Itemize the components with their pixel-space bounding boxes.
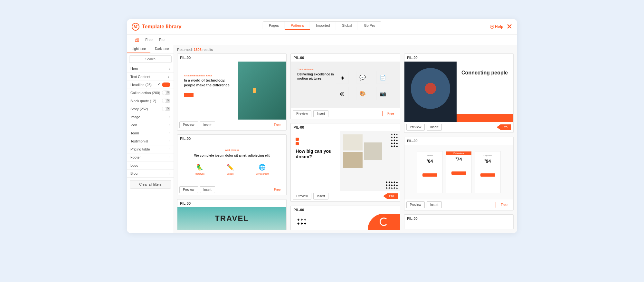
close-button[interactable]: ✕ [507, 23, 512, 31]
returned-suffix: results [203, 48, 213, 52]
preview-button[interactable]: Preview [406, 201, 425, 208]
template-thumbnail[interactable]: How big can you dream? ▲▲▲▲▲▲▲▲▲▲▲▲▲▲▲ ▲… [291, 131, 400, 191]
cat-blog[interactable]: Blog› [127, 170, 174, 178]
tab-imported[interactable]: Imported [310, 22, 336, 30]
cat-logo[interactable]: Logo› [127, 161, 174, 170]
preview-button[interactable]: Preview [406, 124, 425, 131]
twitter-icon [296, 138, 299, 141]
chevron-right-icon: › [169, 164, 170, 167]
template-card: PIL-00 Think different Delivering excell… [290, 53, 400, 119]
help-icon: ? [490, 25, 494, 29]
thumb-subtitle: Exceptional technical advice [184, 74, 232, 77]
template-thumbnail[interactable]: Work process We complete ipsum dolor sit… [177, 142, 286, 184]
toggle-off-icon[interactable] [162, 99, 170, 103]
cat-label: Team [130, 131, 139, 135]
price-title: Corporate [477, 155, 498, 157]
cat-testimonial[interactable]: Testimonial› [127, 137, 174, 145]
help-link[interactable]: ? Help [490, 24, 503, 29]
insert-button[interactable]: Insert [313, 193, 328, 199]
preview-button[interactable]: Preview [293, 193, 311, 199]
pro-badge: Pro [497, 124, 511, 130]
sub-cta[interactable]: Call to action (200) [127, 89, 174, 97]
card-title: PIL-00 [177, 199, 286, 207]
plus-grid-icon: + + ++ + + [297, 218, 306, 226]
tab-patterns[interactable]: Patterns [285, 22, 310, 30]
filter-pro[interactable]: Pro [156, 36, 168, 43]
tone-light[interactable]: Light tone [127, 45, 150, 53]
cat-image[interactable]: Image› [127, 113, 174, 121]
tone-dark[interactable]: Dark tone [150, 45, 174, 53]
thumb-heading: How big can you dream? [296, 149, 335, 160]
thumb-heading: We complete ipsum dolor sit amet, adipis… [184, 154, 280, 157]
insert-button[interactable]: Insert [427, 124, 442, 131]
paint-icon: 🎨 [356, 87, 369, 100]
cat-pricing-table[interactable]: Pricing table› [127, 145, 174, 153]
insert-button[interactable]: Insert [200, 186, 215, 193]
cat-footer[interactable]: Footer› [127, 153, 174, 161]
cat-hero[interactable]: Hero › [127, 65, 174, 73]
search-input[interactable] [129, 55, 172, 63]
thumb-heading: TRAVEL [215, 214, 249, 223]
cat-text-content[interactable]: Text Content ⌄ [127, 73, 174, 81]
cat-label: Footer [130, 155, 141, 159]
tab-pages[interactable]: Pages [263, 22, 285, 30]
toggle-off-icon[interactable] [162, 107, 170, 111]
sub-blockquote[interactable]: Block quote (12) [127, 97, 174, 105]
preview-button[interactable]: Preview [179, 186, 198, 193]
target-icon: ◎ [336, 87, 349, 100]
app-logo-icon [132, 23, 139, 31]
card-title: PIL-00 [404, 54, 513, 62]
tab-global[interactable]: Global [336, 22, 358, 30]
header-left: Template library [132, 23, 181, 31]
main-tabs: Pages Patterns Imported Global Go Pro [263, 21, 381, 30]
cat-label: Blog [130, 171, 137, 175]
template-thumbnail[interactable]: Connecting people [404, 62, 513, 122]
sub-label: Block quote (12) [130, 99, 156, 103]
chevron-right-icon: › [169, 172, 170, 175]
sub-label: Headline (25) [130, 83, 152, 87]
template-card: PIL-00 Connecting people Preview Insert … [404, 53, 514, 133]
toggle-on-icon[interactable] [162, 83, 170, 87]
toggle-off-icon[interactable] [162, 91, 170, 95]
card-title: PIL-00 [177, 135, 286, 142]
sub-headline[interactable]: Headline (25) [127, 81, 174, 89]
clear-filters-button[interactable]: Clear all filters [130, 180, 171, 189]
template-card: PIL-00 + + ++ + + [290, 206, 400, 230]
template-card: PIL-00 TRAVEL [177, 199, 287, 230]
template-card: PIL-00 Starter$64 Professional$74 Corpor… [404, 137, 514, 210]
insert-button[interactable]: Insert [200, 122, 215, 128]
free-badge: Free [269, 122, 285, 128]
chevron-right-icon: › [169, 156, 170, 159]
template-thumbnail[interactable]: TRAVEL [177, 207, 286, 230]
insert-button[interactable]: Insert [313, 110, 328, 117]
template-thumbnail[interactable] [404, 222, 513, 229]
template-thumbnail[interactable]: Exceptional technical advice In a world … [177, 62, 286, 120]
card-title: PIL-00 [291, 123, 400, 131]
template-card: PIL-00 Exceptional technical advice In a… [177, 53, 287, 131]
template-thumbnail[interactable]: Think different Delivering excellence in… [291, 62, 400, 108]
sidebar: Light tone Dark tone Hero › Text Content… [127, 45, 174, 233]
card-footer: Preview Insert Pro [291, 191, 400, 201]
price-value: 74 [457, 157, 462, 162]
preview-button[interactable]: Preview [293, 110, 311, 117]
template-grid: PIL-00 Exceptional technical advice In a… [177, 53, 514, 230]
tab-gopro[interactable]: Go Pro [358, 22, 381, 30]
price-filter: All Free Pro [132, 36, 168, 43]
refresh-icon [368, 214, 400, 230]
camera-icon: 📷 [376, 87, 389, 100]
filter-all[interactable]: All [132, 36, 142, 43]
chevron-right-icon: › [169, 123, 170, 127]
preview-button[interactable]: Preview [179, 122, 198, 128]
thumb-subtitle: Think different [297, 68, 393, 71]
price-value: 64 [428, 159, 433, 164]
cat-team[interactable]: Team› [127, 129, 174, 137]
template-thumbnail[interactable]: + + ++ + + [291, 214, 400, 230]
filter-free[interactable]: Free [142, 36, 156, 43]
cat-icon[interactable]: Icon› [127, 121, 174, 129]
template-thumbnail[interactable]: Starter$64 Professional$74 Corporate$94 [404, 145, 513, 199]
insert-button[interactable]: Insert [427, 201, 442, 208]
chevron-right-icon: › [169, 140, 170, 143]
thumb-label: Prototype [195, 173, 204, 175]
sub-story[interactable]: Story (252) [127, 105, 174, 113]
header-right: ? Help ✕ [490, 23, 512, 31]
